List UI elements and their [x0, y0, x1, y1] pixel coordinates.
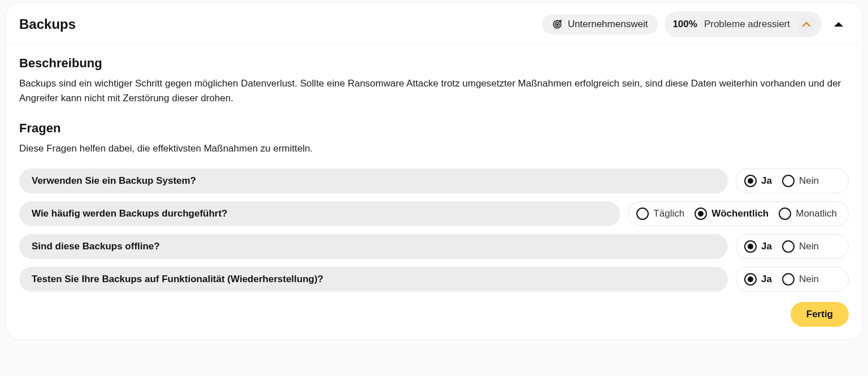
question-label: Testen Sie Ihre Backups auf Funktionalit…: [19, 267, 728, 292]
card-body: Beschreibung Backups sind ein wichtiger …: [6, 45, 862, 339]
scope-chip[interactable]: Unternehmensweit: [542, 14, 658, 34]
done-button[interactable]: Fertig: [791, 302, 849, 327]
collapse-toggle[interactable]: [828, 19, 849, 30]
scope-chip-label: Unternehmensweit: [568, 19, 648, 30]
target-icon: [552, 19, 562, 29]
radio-icon: [779, 208, 791, 220]
radio-icon: [744, 175, 757, 187]
radio-option-label: Nein: [799, 274, 819, 285]
card-title: Backups: [19, 16, 535, 32]
question-row: Verwenden Sie ein Backup System?JaNein: [19, 168, 849, 193]
question-options: JaNein: [736, 267, 849, 292]
question-label: Verwenden Sie ein Backup System?: [19, 168, 728, 193]
radio-icon: [744, 240, 757, 253]
radio-option[interactable]: Monatlich: [779, 208, 837, 220]
radio-icon: [695, 208, 707, 220]
radio-option-label: Nein: [799, 241, 819, 252]
question-label: Sind diese Backups offline?: [19, 234, 728, 259]
radio-option[interactable]: Wöchentlich: [695, 208, 769, 220]
progress-chip[interactable]: 100% Probleme adressiert: [665, 11, 822, 37]
radio-option-label: Ja: [761, 274, 772, 285]
question-options: JaNein: [736, 168, 849, 193]
radio-option[interactable]: Ja: [744, 240, 772, 253]
radio-option-label: Täglich: [653, 208, 684, 219]
progress-label: Probleme adressiert: [704, 19, 790, 30]
radio-option-label: Ja: [761, 175, 772, 187]
question-row: Testen Sie Ihre Backups auf Funktionalit…: [19, 267, 849, 292]
description-text: Backups sind ein wichtiger Schritt gegen…: [19, 76, 844, 106]
chevron-up-icon: [802, 21, 811, 27]
radio-option[interactable]: Ja: [744, 273, 772, 286]
question-options: TäglichWöchentlichMonatlich: [628, 201, 849, 226]
progress-percent: 100%: [672, 19, 697, 30]
radio-option-label: Monatlich: [796, 208, 837, 219]
radio-option[interactable]: Nein: [782, 175, 819, 187]
radio-option[interactable]: Nein: [782, 273, 819, 286]
svg-point-2: [557, 24, 558, 25]
description-heading: Beschreibung: [19, 56, 849, 71]
card-header: Backups Unternehmensweit 100% Probleme a…: [6, 3, 862, 45]
question-options: JaNein: [736, 234, 849, 259]
radio-icon: [782, 175, 795, 187]
radio-option-label: Wöchentlich: [711, 208, 769, 219]
questions-list: Verwenden Sie ein Backup System?JaNeinWi…: [19, 168, 849, 292]
questions-heading: Fragen: [19, 121, 849, 136]
radio-icon: [744, 273, 757, 286]
radio-option-label: Ja: [761, 241, 772, 252]
progress-trend-button[interactable]: [797, 15, 816, 34]
radio-option[interactable]: Ja: [744, 175, 772, 187]
card-footer: Fertig: [19, 302, 849, 327]
radio-icon: [782, 240, 795, 253]
question-row: Wie häufig werden Backups durchgeführt?T…: [19, 201, 849, 226]
backups-card: Backups Unternehmensweit 100% Probleme a…: [6, 3, 862, 339]
radio-option[interactable]: Nein: [782, 240, 819, 253]
question-label: Wie häufig werden Backups durchgeführt?: [19, 201, 620, 226]
questions-intro: Diese Fragen helfen dabei, die effektivs…: [19, 141, 844, 156]
radio-option[interactable]: Täglich: [636, 208, 684, 220]
question-row: Sind diese Backups offline?JaNein: [19, 234, 849, 259]
caret-up-icon: [834, 22, 843, 27]
radio-icon: [636, 208, 649, 220]
radio-option-label: Nein: [799, 175, 819, 187]
radio-icon: [782, 273, 795, 286]
